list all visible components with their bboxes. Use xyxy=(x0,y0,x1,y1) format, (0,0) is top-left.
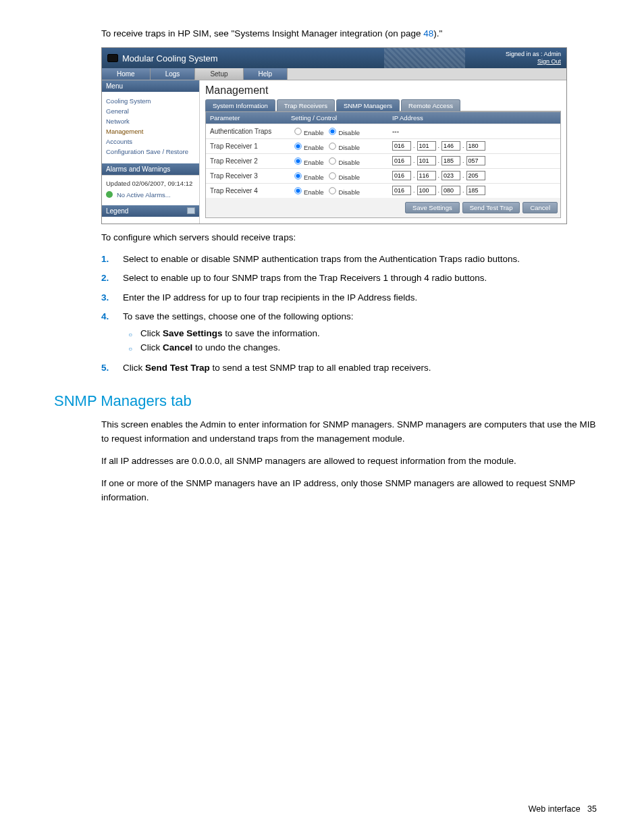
nav-tab-logs[interactable]: Logs xyxy=(151,68,196,80)
bullet-icon: ○ xyxy=(128,328,132,338)
header-graphic xyxy=(384,48,465,68)
r3-ip-1[interactable] xyxy=(392,171,411,180)
r4-ip-4[interactable] xyxy=(466,186,485,195)
row-r3-label: Trap Receiver 3 xyxy=(206,172,287,180)
status-ok-icon xyxy=(106,191,113,198)
sidebar-item-config[interactable]: Configuration Save / Restore xyxy=(106,147,195,157)
r4-enable-radio[interactable] xyxy=(294,187,301,194)
r3-ip-3[interactable] xyxy=(441,171,460,180)
nav-tab-home[interactable]: Home xyxy=(102,68,151,80)
step-num: 2. xyxy=(101,271,113,285)
auth-disable-radio[interactable] xyxy=(329,128,336,134)
step-5: Click Send Test Trap to send a test SNMP… xyxy=(123,361,431,375)
app-title: Modular Cooling System xyxy=(122,53,218,63)
section-heading: SNMP Managers tab xyxy=(54,392,603,410)
legend-header[interactable]: Legend xyxy=(102,205,199,217)
no-alarms-text: No Active Alarms... xyxy=(117,191,171,199)
disable-label: Disable xyxy=(338,144,360,151)
page-title: Management xyxy=(205,84,561,99)
ip-none: --- xyxy=(392,128,399,135)
r1-disable-radio[interactable] xyxy=(329,142,336,149)
nav-tab-help[interactable]: Help xyxy=(244,68,288,80)
r1-ip-4[interactable] xyxy=(466,141,485,151)
enable-label: Enable xyxy=(304,159,324,166)
r2-enable-radio[interactable] xyxy=(294,157,301,164)
step-num: 1. xyxy=(101,253,113,266)
enable-label: Enable xyxy=(304,174,324,181)
col-parameter: Parameter xyxy=(206,112,287,124)
sidebar-item-accounts[interactable]: Accounts xyxy=(106,136,195,147)
sidebar-item-general[interactable]: General xyxy=(106,106,195,116)
sidebar-item-management[interactable]: Management xyxy=(106,126,195,136)
r4-ip-3[interactable] xyxy=(441,186,460,195)
r2-ip-4[interactable] xyxy=(466,156,485,165)
auth-enable-radio[interactable] xyxy=(294,128,301,134)
app-screenshot: Modular Cooling System Signed in as : Ad… xyxy=(101,47,567,224)
step-num: 4. xyxy=(101,310,113,323)
row-r1-label: Trap Receiver 1 xyxy=(206,142,287,150)
r1-ip-3[interactable] xyxy=(441,141,460,151)
sidebar: Menu Cooling System General Network Mana… xyxy=(102,80,200,224)
r1-enable-radio[interactable] xyxy=(294,142,301,149)
r4-ip-2[interactable] xyxy=(417,186,436,195)
expand-icon[interactable] xyxy=(187,207,195,214)
row-r4-label: Trap Receiver 4 xyxy=(206,187,287,194)
sidebar-item-cooling[interactable]: Cooling System xyxy=(106,96,195,106)
send-test-trap-button[interactable]: Send Test Trap xyxy=(462,202,520,213)
step-2: Select to enable up to four SNMP traps f… xyxy=(123,271,487,285)
step-1: Select to enable or disable SNMP authent… xyxy=(123,253,520,266)
footer-page-number: 35 xyxy=(587,804,597,814)
nav-tab-setup[interactable]: Setup xyxy=(195,68,243,80)
r1-ip-2[interactable] xyxy=(417,141,436,151)
tab-trap-receivers[interactable]: Trap Receivers xyxy=(277,99,335,111)
nav-tabs: Home Logs Setup Help xyxy=(102,68,566,80)
signed-in-text: Signed in as : Admin xyxy=(506,51,561,57)
enable-label: Enable xyxy=(304,129,324,136)
intro-text-pre: To receive traps in HP SIM, see "Systems… xyxy=(101,28,423,38)
disable-label: Disable xyxy=(338,188,360,196)
step-4a: Click Save Settings to save the informat… xyxy=(140,328,320,338)
config-intro: To configure which servers should receiv… xyxy=(101,231,603,244)
hp-logo-icon xyxy=(107,54,118,62)
step-3: Enter the IP address for up to four trap… xyxy=(123,291,417,305)
r4-disable-radio[interactable] xyxy=(329,187,336,194)
alarms-updated: Updated 02/06/2007, 09:14:12 xyxy=(106,180,195,187)
r2-ip-1[interactable] xyxy=(392,156,411,165)
app-title-area: Modular Cooling System xyxy=(107,53,218,63)
step-4: To save the settings, choose one of the … xyxy=(123,310,353,323)
row-r2-label: Trap Receiver 2 xyxy=(206,157,287,165)
paragraph-2: If all IP addresses are 0.0.0.0, all SNM… xyxy=(101,454,603,469)
r3-disable-radio[interactable] xyxy=(329,172,336,179)
footer-label: Web interface xyxy=(529,804,581,814)
save-settings-button[interactable]: Save Settings xyxy=(405,202,460,213)
row-auth-label: Authentication Traps xyxy=(206,128,287,135)
page-link[interactable]: 48 xyxy=(423,28,433,38)
step-num: 5. xyxy=(101,361,113,375)
bullet-icon: ○ xyxy=(128,342,132,353)
step-4b: Click Cancel to undo the changes. xyxy=(140,342,280,353)
col-ip: IP Address xyxy=(388,112,560,124)
intro-text-post: )." xyxy=(433,28,442,38)
enable-label: Enable xyxy=(304,144,324,151)
r3-ip-4[interactable] xyxy=(466,171,485,180)
r2-ip-2[interactable] xyxy=(417,156,436,165)
cancel-button[interactable]: Cancel xyxy=(522,202,558,213)
step-num: 3. xyxy=(101,291,113,305)
enable-label: Enable xyxy=(304,188,324,196)
tab-snmp-managers[interactable]: SNMP Managers xyxy=(336,99,400,111)
r3-enable-radio[interactable] xyxy=(294,172,301,179)
intro-paragraph: To receive traps in HP SIM, see "Systems… xyxy=(101,27,603,41)
r3-ip-2[interactable] xyxy=(417,171,436,180)
r4-ip-1[interactable] xyxy=(392,186,411,195)
disable-label: Disable xyxy=(338,129,360,136)
sidebar-item-network[interactable]: Network xyxy=(106,116,195,126)
r2-disable-radio[interactable] xyxy=(329,157,336,164)
tab-system-info[interactable]: System Information xyxy=(205,99,275,111)
r1-ip-1[interactable] xyxy=(392,141,411,151)
signed-in-block: Signed in as : Admin Sign Out xyxy=(506,51,561,66)
sign-out-link[interactable]: Sign Out xyxy=(506,58,561,66)
tab-remote-access[interactable]: Remote Access xyxy=(401,99,460,111)
disable-label: Disable xyxy=(338,159,360,166)
r2-ip-3[interactable] xyxy=(441,156,460,165)
app-header: Modular Cooling System Signed in as : Ad… xyxy=(102,48,566,68)
